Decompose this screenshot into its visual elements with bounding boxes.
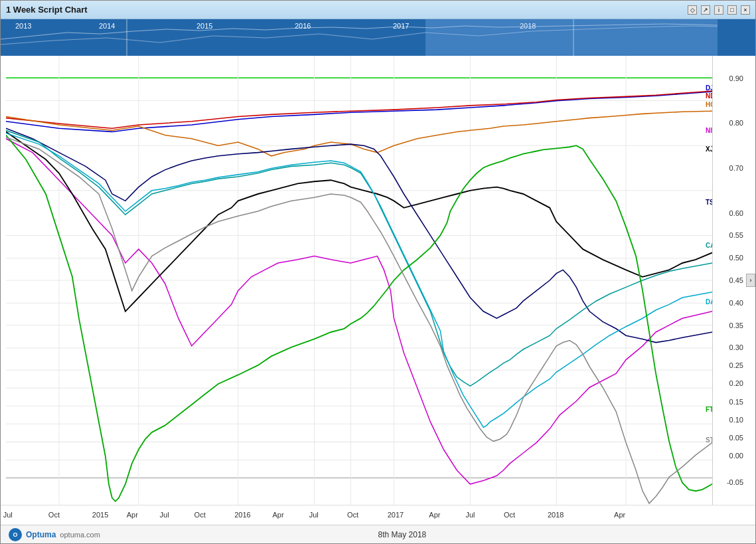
app-window: 1 Week Script Chart ◇ ↗ i □ × 2013 2014 … — [0, 0, 756, 544]
title-text: 1 Week Script Chart — [6, 5, 88, 15]
logo-icon: O — [9, 528, 22, 541]
x-label-oct-2017: Oct — [504, 511, 515, 519]
x-label-2017: 2017 — [388, 511, 404, 519]
svg-text:2016: 2016 — [295, 22, 311, 30]
x-label-apr-2015: Apr — [127, 511, 138, 519]
title-bar: 1 Week Script Chart ◇ ↗ i □ × — [1, 1, 755, 19]
x-label-oct-2016: Oct — [347, 511, 358, 519]
chart-svg: DJX NDY HGT NI XJO TSX CAC DAXX FTSE STO… — [6, 56, 712, 505]
y-label-060: 0.60 — [729, 209, 743, 217]
y-axis-scroll[interactable]: › — [746, 274, 755, 287]
y-label-070: 0.70 — [729, 164, 743, 172]
info-btn[interactable]: i — [714, 5, 723, 15]
y-label-025: 0.25 — [729, 361, 743, 369]
y-label-045: 0.45 — [729, 276, 743, 284]
svg-text:TSX: TSX — [706, 198, 712, 205]
pin-btn[interactable]: ↗ — [701, 5, 710, 15]
restore-btn[interactable]: □ — [727, 5, 737, 15]
svg-text:2017: 2017 — [393, 22, 409, 30]
logo-area: O Optuma optuma.com — [9, 528, 100, 541]
svg-text:FTSE: FTSE — [706, 405, 712, 412]
x-label-jul-2015: Jul — [160, 511, 169, 519]
x-label-oct-2015: Oct — [194, 511, 206, 519]
diamond-btn[interactable]: ◇ — [688, 5, 697, 15]
x-axis: Jul Oct 2015 Apr Jul Oct 2016 Apr Jul Oc… — [1, 505, 755, 525]
x-label-oct-2014: Oct — [48, 511, 60, 519]
y-label-neg005: -0.05 — [727, 478, 743, 486]
window-controls: ◇ ↗ i □ × — [688, 5, 750, 15]
svg-text:STOXX: STOXX — [706, 436, 712, 444]
y-label-010: 0.10 — [729, 416, 743, 424]
x-label-apr-2017: Apr — [429, 511, 440, 519]
y-label-005: 0.05 — [729, 434, 743, 442]
x-label-jul-2014: Jul — [3, 511, 13, 519]
footer-date: 8th May 2018 — [378, 530, 427, 539]
y-label-055: 0.55 — [729, 231, 743, 239]
svg-text:DJX: DJX — [706, 84, 712, 92]
overview-bar[interactable]: 2013 2014 2015 2016 2017 2018 — [1, 19, 755, 56]
y-label-080: 0.80 — [729, 119, 743, 127]
x-label-apr-2016: Apr — [273, 511, 284, 519]
svg-text:2013: 2013 — [15, 22, 31, 30]
x-label-2016: 2016 — [234, 511, 250, 519]
chart-main: DJX NDY HGT NI XJO TSX CAC DAXX FTSE STO… — [6, 56, 712, 505]
x-axis-right-pad — [712, 505, 755, 525]
svg-text:DAXX: DAXX — [706, 298, 712, 306]
svg-text:CAC: CAC — [706, 242, 712, 249]
x-label-jul-2017: Jul — [465, 511, 475, 519]
x-label-2015: 2015 — [92, 511, 108, 519]
x-axis-labels: Jul Oct 2015 Apr Jul Oct 2016 Apr Jul Oc… — [1, 505, 712, 525]
svg-text:NI: NI — [706, 127, 712, 134]
svg-text:HGT: HGT — [706, 101, 712, 108]
x-label-jul-2016: Jul — [309, 511, 319, 519]
x-label-2018: 2018 — [548, 511, 564, 519]
y-label-035: 0.35 — [729, 321, 743, 329]
svg-text:XJO: XJO — [706, 145, 712, 152]
y-label-020: 0.20 — [729, 379, 743, 387]
y-label-000: 0.00 — [729, 452, 743, 460]
x-label-apr-2018: Apr — [614, 511, 625, 519]
svg-rect-8 — [425, 19, 718, 56]
close-btn[interactable]: × — [741, 5, 750, 15]
svg-text:NDY: NDY — [706, 92, 712, 100]
footer: O Optuma optuma.com 8th May 2018 — [1, 525, 755, 543]
y-label-090: 0.90 — [729, 74, 743, 82]
svg-text:2015: 2015 — [196, 22, 212, 30]
svg-text:2014: 2014 — [99, 22, 115, 30]
y-label-015: 0.15 — [729, 398, 743, 406]
y-axis-right: 0.90 0.80 0.70 0.60 0.55 0.50 0.45 0.40 … — [712, 56, 755, 505]
y-label-050: 0.50 — [729, 254, 743, 262]
y-label-030: 0.30 — [729, 343, 743, 351]
y-label-040: 0.40 — [729, 299, 743, 307]
brand-url: optuma.com — [60, 531, 100, 539]
chart-area: DJX NDY HGT NI XJO TSX CAC DAXX FTSE STO… — [1, 56, 755, 505]
y-axis-left — [1, 56, 6, 505]
brand-name: Optuma — [26, 530, 56, 539]
